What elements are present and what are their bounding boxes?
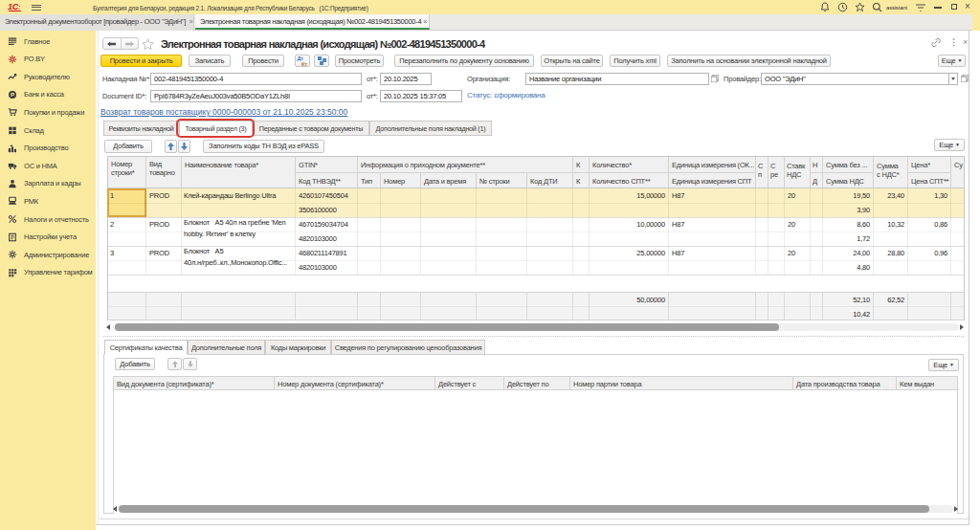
svg-text:Р: Р — [11, 91, 14, 98]
